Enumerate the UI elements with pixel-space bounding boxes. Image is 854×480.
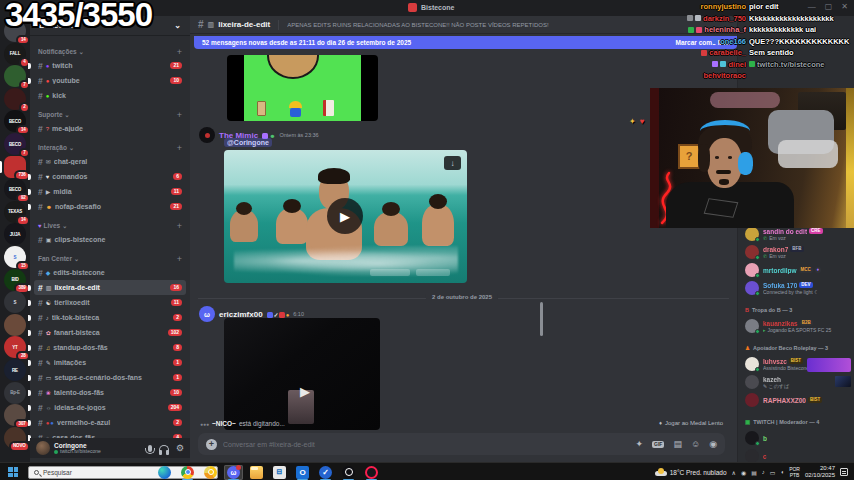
chevron-up-icon[interactable]: ∧ (732, 469, 736, 476)
volume-icon[interactable]: ◖ (781, 469, 785, 476)
video-attachment-ocean[interactable]: ▶ ↓ (224, 150, 467, 283)
taskbar-app-edge[interactable] (155, 465, 174, 480)
gear-icon[interactable]: ⚙ (176, 444, 184, 453)
game-icon[interactable]: ◉ (709, 439, 717, 449)
clock[interactable]: 20:4702/10/2025 (805, 465, 835, 480)
channel-clips-bistecone[interactable]: #▣clips-bistecone (34, 232, 186, 247)
video-attachment-green[interactable] (227, 55, 378, 121)
gif-icon[interactable]: GIF (652, 441, 664, 448)
server-icon-S[interactable]: S (4, 291, 26, 313)
message-input[interactable]: + Conversar em #lixeira-de-edit ✦GIF▤☺◉ (198, 433, 725, 455)
channel-ideias-de-jogos[interactable]: #☼ideias-de-jogos204 (34, 400, 186, 415)
mic-icon[interactable] (148, 445, 152, 452)
channel-tierlixoedit[interactable]: #☯tierlixoedit11 (34, 295, 186, 310)
server-icon-BECO[interactable]: BECO14 (4, 110, 26, 132)
create-channel-icon[interactable]: + (177, 254, 182, 264)
channel-youtube[interactable]: #●youtube10 (34, 73, 186, 88)
channel-fanart-bisteca[interactable]: #✿fanart-bisteca102 (34, 325, 186, 340)
notification-center-icon[interactable] (840, 468, 848, 476)
taskbar-app-canary[interactable] (201, 465, 220, 480)
section-header-fan-center[interactable]: Fan Center⌄+ (30, 252, 190, 265)
taskbar-app-chrome[interactable] (178, 465, 197, 480)
attach-plus-icon[interactable]: + (206, 439, 217, 450)
headphones-icon[interactable] (159, 445, 169, 452)
channel-talento-dos-fãs[interactable]: #❀talento-dos-fãs10 (34, 385, 186, 400)
taskbar-app-discord[interactable]: ω (224, 465, 243, 480)
section-header-lives[interactable]: ♥Lives⌄+ (30, 219, 190, 232)
taskbar-app-todo[interactable]: ✓ (316, 465, 335, 480)
channel-lixeira-de-edit[interactable]: #▥lixeira-de-edit16 (34, 280, 186, 295)
channel-imitações[interactable]: #✎imitações1 (34, 355, 186, 370)
server-icon-BECO[interactable]: BECO92 (4, 178, 26, 200)
avatar[interactable] (199, 127, 215, 143)
section-header-notificações[interactable]: Notificações⌄+ (30, 45, 190, 58)
gift-icon[interactable]: ✦ (636, 439, 644, 449)
server-icon-BECO[interactable]: BECO7 (4, 133, 26, 155)
channel-tik-tok-bisteca[interactable]: #♪tik-tok-bisteca2 (34, 310, 186, 325)
taskbar-app-obs[interactable] (339, 465, 358, 480)
weather-widget[interactable]: 18°C Pred. nublado (655, 468, 727, 476)
server-icon-Bp-E[interactable]: Bp-E (4, 382, 26, 404)
download-icon[interactable]: ↓ (444, 156, 461, 170)
note-icon[interactable]: ♪ (762, 469, 765, 476)
channel-comandos[interactable]: #♥comandos6 (34, 169, 186, 184)
chat-scrollbar[interactable] (540, 302, 543, 336)
channel-vermelho-e-azul[interactable]: #●●vermelho-e-azul2 (34, 415, 186, 430)
start-button[interactable] (8, 467, 18, 477)
channel-me-ajude[interactable]: #?me-ajude (34, 121, 186, 136)
channel-chat-geral[interactable]: #✉chat-geral (34, 154, 186, 169)
sticker-icon[interactable]: ▤ (673, 439, 682, 449)
window-minimize-icon[interactable]: — (808, 2, 816, 11)
server-icon-2[interactable]: 7 (4, 65, 26, 87)
window-close-icon[interactable]: ✕ (841, 2, 848, 11)
server-icon-FALL[interactable]: FALL4 (4, 43, 26, 65)
language-indicator[interactable]: PORPTB (789, 466, 800, 478)
avatar[interactable] (36, 441, 50, 455)
taskbar-app-explorer[interactable] (247, 465, 266, 480)
create-channel-icon[interactable]: + (177, 110, 182, 120)
member-row[interactable]: drakon7BFB✆Em voz (738, 243, 854, 261)
server-icon-RE[interactable]: RE (4, 359, 26, 381)
member-row[interactable]: kazeh✎ このすば (738, 373, 854, 391)
server-icon-17[interactable]: 307 (4, 404, 26, 426)
taskbar-app-opera[interactable] (362, 465, 381, 480)
avatar[interactable]: ω (199, 306, 215, 322)
server-icon-S[interactable]: S15 (4, 246, 26, 268)
member-row[interactable]: luhvszcBISTAssistindo Bistecone ☻ (738, 355, 854, 373)
server-icon-3[interactable]: 2 (4, 88, 26, 110)
channel-edits-bistecone[interactable]: #◆edits-bistecone (34, 265, 186, 280)
member-row[interactable]: RAPHAXXZ00BIST (738, 391, 854, 409)
member-row[interactable]: mrtordilpwMCC♦ (738, 261, 854, 279)
server-icon-TEXAS[interactable]: TEXAS14 (4, 201, 26, 223)
member-row[interactable]: Sofuka 170DEVConnected by the light ☾ (738, 279, 854, 297)
circle-icon[interactable]: ◉ (741, 469, 746, 476)
member-row[interactable]: b (738, 429, 854, 447)
section-header-interação[interactable]: Interação⌄+ (30, 141, 190, 154)
server-icon-13[interactable] (4, 314, 26, 336)
mention-pill[interactable]: @Coringone (224, 138, 272, 147)
create-channel-icon[interactable]: + (177, 143, 182, 153)
taskbar-app-outlook[interactable]: O (293, 465, 312, 480)
server-icon-JUJA[interactable]: JUJA (4, 223, 26, 245)
play-icon[interactable]: ▶ (300, 384, 310, 399)
emoji-icon[interactable]: ☺ (691, 439, 700, 449)
medal-hint[interactable]: ♦ Jogar ao Medal Lento (659, 420, 723, 426)
channel-midia[interactable]: #▶midia11 (34, 184, 186, 199)
channel-twitch[interactable]: #●twitch21 (34, 58, 186, 73)
server-icon-18[interactable]: NOVO (4, 427, 26, 449)
video-attachment-dark[interactable]: ▶ (224, 318, 380, 430)
grid-icon[interactable]: ▤ (751, 469, 757, 476)
server-icon-6[interactable]: 736 (4, 156, 26, 178)
create-channel-icon[interactable]: + (177, 221, 182, 231)
play-button[interactable]: ▶ (327, 198, 363, 234)
channel-kick[interactable]: #●kick (34, 88, 186, 103)
channel-standup-dos-fãs[interactable]: #♫standup-dos-fãs8 (34, 340, 186, 355)
channel-nofap-desafio[interactable]: #☻nofap-desafio21 (34, 199, 186, 214)
window-maximize-icon[interactable]: ▢ (825, 2, 833, 11)
section-header-suporte[interactable]: Suporte⌄+ (30, 108, 190, 121)
server-icon-BID[interactable]: BID389 (4, 269, 26, 291)
channel-topic[interactable]: APENAS EDITS RUINS RELACIONADAS AO BISTE… (287, 22, 548, 28)
member-row[interactable]: kauanzikasB2B▸Jogando EA SPORTS FC 25 (738, 317, 854, 335)
create-channel-icon[interactable]: + (177, 47, 182, 57)
taskbar-app-store[interactable]: ⊟ (270, 465, 289, 480)
